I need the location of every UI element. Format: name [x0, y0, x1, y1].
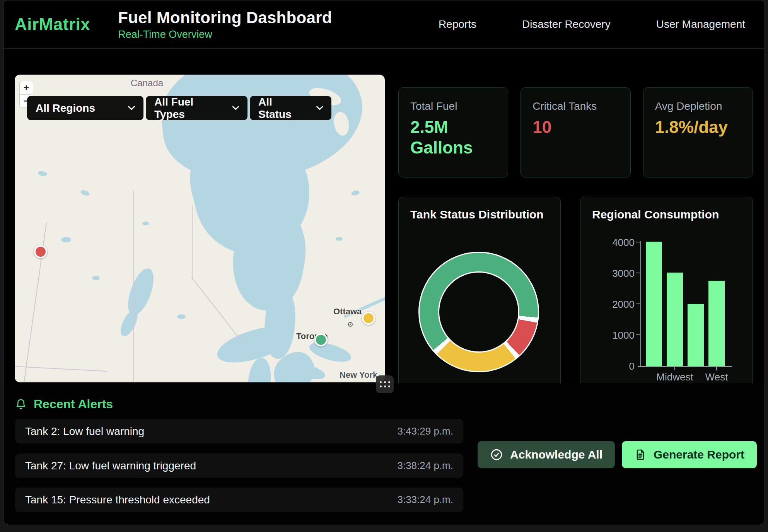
stat-value: 10	[532, 117, 618, 138]
map-filters: All Regions All Fuel Types All Status	[27, 96, 331, 120]
alert-text: Tank 2: Low fuel warning	[25, 425, 144, 438]
main-content: Canada Ottawa Toronto New York + − All R…	[3, 49, 765, 390]
small-lake-6	[351, 189, 360, 196]
app-window: AirMatrix Fuel Monitoring Dashboard Real…	[3, 0, 765, 525]
small-lake-4	[177, 314, 186, 319]
alert-row: Tank 27: Low fuel warning triggered 3:38…	[15, 454, 463, 478]
regional-consumption-chart-card: Regional Consumption 4000 3000 2000 1000…	[580, 197, 753, 390]
stat-value: 1.8%/day	[655, 117, 740, 138]
stat-card-critical-tanks: Critical Tanks 10	[521, 87, 630, 177]
bell-icon	[15, 398, 27, 411]
stat-label: Total Fuel	[410, 100, 496, 113]
zoom-in-button[interactable]: +	[20, 81, 33, 94]
small-lake-3	[80, 189, 90, 196]
bar-chart-title: Regional Consumption	[592, 208, 719, 221]
province-border-1	[133, 191, 134, 382]
acknowledge-all-label: Acknowledge All	[510, 448, 602, 461]
generate-report-button[interactable]: Generate Report	[622, 441, 757, 468]
tank-status-donut-chart	[418, 252, 539, 372]
alert-timestamp: 3:38:24 p.m.	[397, 460, 453, 472]
stat-label: Critical Tanks	[532, 100, 618, 113]
small-lake-7	[38, 171, 48, 177]
stat-label: Avg Depletion	[655, 100, 741, 113]
bar-west	[708, 281, 725, 366]
alert-row: Tank 15: Pressure threshold exceeded 3:3…	[15, 488, 463, 512]
regions-filter-label: All Regions	[36, 102, 95, 114]
bar-south	[688, 304, 704, 366]
map-label-ottawa: Ottawa	[333, 307, 362, 317]
small-lake-1	[61, 237, 71, 242]
small-lake-2	[92, 276, 100, 280]
tank-status-chart-card: Tank Status Distribution	[398, 197, 561, 390]
x-axis-tick-label: Midwest	[656, 371, 693, 383]
nav-item-disaster-recovery[interactable]: Disaster Recovery	[522, 18, 611, 31]
alerts-panel: Recent Alerts Tank 2: Low fuel warning 3…	[3, 383, 765, 525]
alert-timestamp: 3:43:29 p.m.	[397, 425, 453, 437]
check-circle-icon	[490, 448, 503, 461]
status-filter-label: All Status	[258, 96, 306, 121]
fuel-types-filter-label: All Fuel Types	[154, 96, 222, 121]
chevron-down-icon	[128, 106, 135, 111]
alerts-header: Recent Alerts	[15, 397, 113, 411]
x-axis-tick	[674, 367, 675, 370]
tank-marker-warning[interactable]	[362, 312, 375, 325]
donut-chart-title: Tank Status Distribution	[410, 208, 543, 221]
chevron-down-icon	[232, 106, 239, 111]
page-title: Fuel Monitoring Dashboard	[118, 9, 332, 27]
small-lake-5	[336, 237, 343, 241]
us-border	[15, 366, 108, 372]
donut-hole	[438, 271, 519, 353]
page-subtitle: Real-Time Overview	[118, 29, 332, 41]
lake-winnipeg	[123, 265, 159, 319]
status-filter-dropdown[interactable]: All Status	[250, 96, 331, 120]
charts-row: Tank Status Distribution Regional Consum…	[398, 197, 753, 390]
acknowledge-all-button[interactable]: Acknowledge All	[478, 441, 615, 468]
stat-card-total-fuel: Total Fuel 2.5M Gallons	[398, 87, 508, 177]
alert-text: Tank 27: Low fuel warning triggered	[25, 460, 196, 472]
stat-card-avg-depletion: Avg Depletion 1.8%/day	[643, 87, 753, 177]
alert-timestamp: 3:33:24 p.m.	[397, 494, 453, 506]
map-label-canada: Canada	[131, 78, 163, 89]
app-logo: AirMatrix	[15, 15, 90, 34]
bar-chart-plot	[580, 242, 753, 366]
stat-value: 2.5M Gallons	[410, 117, 495, 158]
map-panel: Canada Ottawa Toronto New York + − All R…	[15, 75, 385, 382]
ottawa-town-dot	[348, 322, 353, 327]
right-column: Total Fuel 2.5M Gallons Critical Tanks 1…	[398, 75, 753, 390]
stats-row: Total Fuel 2.5M Gallons Critical Tanks 1…	[398, 87, 753, 177]
lake-ontario	[307, 339, 353, 365]
header: AirMatrix Fuel Monitoring Dashboard Real…	[3, 0, 765, 49]
file-text-icon	[634, 448, 647, 461]
tank-marker-critical[interactable]	[34, 245, 47, 258]
map-canvas[interactable]: Canada Ottawa Toronto New York	[15, 75, 385, 382]
province-border-2	[192, 206, 193, 280]
map-label-new-york: New York	[340, 370, 377, 380]
tank-marker-normal[interactable]	[314, 333, 328, 346]
fuel-types-filter-dropdown[interactable]: All Fuel Types	[146, 96, 247, 120]
regions-filter-dropdown[interactable]: All Regions	[27, 96, 143, 120]
map-drag-handle[interactable]	[376, 375, 394, 393]
alert-row: Tank 2: Low fuel warning 3:43:29 p.m.	[15, 419, 463, 443]
generate-report-label: Generate Report	[654, 448, 744, 461]
chevron-down-icon	[316, 106, 323, 111]
alert-text: Tank 15: Pressure threshold exceeded	[25, 494, 210, 506]
main-nav: Reports Disaster Recovery User Managemen…	[439, 18, 745, 31]
alerts-title: Recent Alerts	[34, 397, 113, 411]
bar-midwest	[667, 273, 683, 366]
title-block: Fuel Monitoring Dashboard Real-Time Over…	[118, 9, 332, 41]
small-lake-8	[142, 222, 149, 225]
nav-item-reports[interactable]: Reports	[439, 18, 476, 31]
x-axis-tick	[716, 367, 717, 370]
nav-item-user-management[interactable]: User Management	[656, 18, 745, 31]
bar-northeast	[646, 242, 662, 366]
x-axis-tick-label: West	[705, 371, 728, 383]
x-axis-line	[638, 366, 732, 367]
